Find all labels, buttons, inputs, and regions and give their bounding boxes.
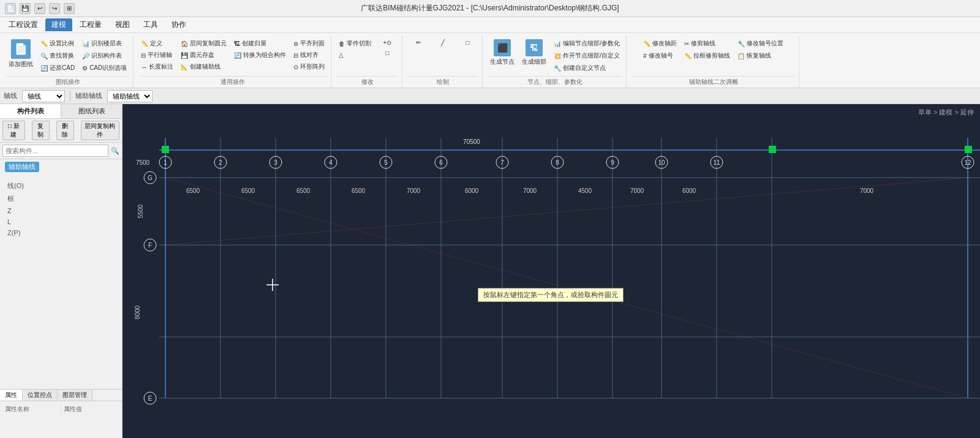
sidebar-tab-drawings[interactable]: 图纸列表 — [61, 104, 122, 118]
redo-icon[interactable]: ↪ — [49, 3, 60, 14]
save-icon[interactable]: 💾 — [20, 3, 31, 14]
ribbon-group-label-xiugai: 修改 — [336, 76, 398, 88]
ribbon-btn-floor-copy[interactable]: 🏠层间复制圆元 — [178, 38, 229, 49]
ribbon-btn-gen-node[interactable]: ⬛ 生成节点 — [488, 38, 517, 67]
ribbon-btn-ring-array[interactable]: ⊙环形阵列 — [291, 61, 327, 72]
ribbon-btn-frame-trim[interactable]: 📏拉框修剪轴线 — [682, 50, 733, 61]
ribbon-btn-component-table[interactable]: 🔎识别构件表 — [80, 50, 129, 61]
ribbon-group-jiedian: ⬛ 生成节点 🏗 生成细部 📊编辑节点细部/参数化 💥炸开节点细部/自定义 🔧 — [484, 36, 627, 88]
ribbon-btn-modify-axis-pos[interactable]: 🔧修改轴号位置 — [735, 38, 786, 49]
sidebar-item-aux-axis[interactable]: 辅助轴线 — [0, 159, 122, 175]
ribbon-btn-modify-axis-dist[interactable]: 📏修改轴距 — [641, 38, 679, 49]
aux-axis-select[interactable]: 辅助轴线 — [107, 90, 153, 102]
menu-item-xiezuo[interactable]: 协作 — [165, 18, 192, 31]
ribbon-btn-line-align[interactable]: ⊟线对齐 — [291, 50, 327, 61]
menu-item-gongchengshezhi[interactable]: 工程设置 — [2, 18, 44, 31]
new-component-btn[interactable]: □ 新建 — [2, 121, 25, 140]
left-sidebar: 构件列表 图纸列表 □ 新建 · 复制 · 删除 · 层间复制构件 🔍 辅助轴线… — [0, 104, 123, 438]
menu-item-gongju[interactable]: 工具 — [137, 18, 164, 31]
ribbon-btn-find-replace[interactable]: 🔍查找替换 — [38, 50, 77, 61]
props-panel: 属性 位置控点 图层管理 属性名称 属性值 — [0, 389, 122, 438]
svg-text:5500: 5500 — [137, 204, 144, 218]
props-tabs: 属性 位置控点 图层管理 — [0, 390, 122, 401]
ribbon-btn-trim-axis[interactable]: ✂修剪轴线 — [682, 38, 733, 49]
ribbon-group-fuzhuzhouxian: 📏修改轴距 #修改轴号 ✂修剪轴线 📏拉框修剪轴线 — [628, 36, 799, 88]
ribbon-btn-explode-node[interactable]: 💥炸开节点细部/自定义 — [551, 50, 622, 61]
axis-select[interactable]: 轴线 — [22, 90, 65, 102]
ribbon-btn-create-aux[interactable]: 📐创建辅助线 — [178, 61, 229, 72]
toolbar-sep1 — [70, 91, 70, 101]
sidebar-tabs: 构件列表 图纸列表 — [0, 104, 122, 119]
svg-text:8: 8 — [556, 159, 559, 166]
svg-text:6000: 6000 — [465, 187, 479, 194]
ctx-line-o[interactable]: 线(O) — [4, 179, 122, 192]
floor-copy-component-btn[interactable]: 层间复制构件 — [81, 121, 119, 140]
ribbon-btn-add-drawing[interactable]: 📄 添加图纸 — [6, 38, 36, 70]
ribbon-btn-save-element[interactable]: 💾圆元存盘 — [178, 50, 229, 61]
prop-tab-layers[interactable]: 图层管理 — [58, 390, 92, 401]
sidebar-toolbar: □ 新建 · 复制 · 删除 · 层间复制构件 — [0, 119, 122, 143]
menu-item-shitu[interactable]: 视图 — [109, 18, 136, 31]
ribbon-btn-modify-axis-num[interactable]: #修改轴号 — [641, 50, 679, 61]
ribbon-btn-define[interactable]: 📏定义 — [138, 38, 176, 49]
ribbon-btn-parallel-axis[interactable]: ⊟平行辅轴 — [138, 50, 176, 61]
svg-text:6500: 6500 — [352, 187, 366, 194]
ribbon-btn-draw1[interactable]: ✏ — [407, 38, 429, 47]
ribbon-btn-to-combination[interactable]: 🔄转换为组合构件 — [232, 50, 288, 61]
ribbon-btn-create-house[interactable]: 🏗创建归屋 — [232, 38, 288, 49]
ribbon-btn-restore-cad[interactable]: 🔄还原CAD — [38, 62, 77, 74]
ctx-l[interactable]: L — [4, 216, 122, 227]
ribbon-btn-modify3[interactable]: +⊙ — [376, 38, 398, 47]
ribbon-btn-draw2[interactable]: ╱ — [432, 38, 454, 47]
search-input[interactable] — [2, 145, 108, 157]
ribbon-group-label-tuzhi: 图纸操作 — [6, 76, 129, 88]
prop-tab-attrs[interactable]: 属性 — [0, 390, 23, 401]
ribbon-btn-flatten[interactable]: ⊜平齐到面 — [291, 38, 327, 49]
props-name-col: 属性名称 — [2, 404, 61, 415]
ribbon-btn-cad-options[interactable]: ⚙CAD识别选项 — [80, 62, 129, 74]
props-content: 属性名称 属性值 — [0, 401, 122, 417]
svg-text:11: 11 — [713, 159, 720, 166]
ribbon-group-label-huizhi: 绘制 — [407, 76, 478, 88]
canvas-area[interactable]: 草单 > 建模 > 延伸 — [123, 104, 980, 438]
undo-icon[interactable]: ↩ — [34, 3, 45, 14]
copy-component-btn[interactable]: 复制 — [32, 121, 50, 140]
new-file-icon[interactable]: 📄 — [5, 3, 16, 14]
svg-text:8000: 8000 — [134, 305, 141, 319]
prop-tab-position[interactable]: 位置控点 — [23, 390, 58, 401]
menu-item-jianmo[interactable]: 建模 — [45, 18, 72, 31]
ribbon-btn-draw3[interactable]: □ — [456, 38, 478, 47]
ribbon-btn-modify2[interactable]: △ — [336, 50, 374, 59]
ribbon-btn-modify4[interactable]: □ — [376, 48, 398, 58]
ribbon-btn-part-cut[interactable]: 🗑零件切割 — [336, 38, 374, 49]
svg-text:6000: 6000 — [682, 187, 696, 194]
ribbon-btn-create-custom-node[interactable]: 🔧创建自定义节点 — [551, 62, 622, 74]
ribbon-btn-length-mark[interactable]: ↔长度标注 — [138, 61, 176, 72]
svg-text:6500: 6500 — [186, 187, 200, 194]
aux-axis-chip: 辅助轴线 — [5, 162, 39, 172]
svg-text:9: 9 — [611, 159, 614, 166]
ribbon-btn-gen-detail[interactable]: 🏗 生成细部 — [519, 38, 549, 67]
svg-text:7000: 7000 — [860, 187, 874, 194]
ctx-z[interactable]: Z — [4, 205, 122, 216]
breadcrumb: 草单 > 建模 > 延伸 — [918, 108, 974, 117]
ribbon-btn-edit-node[interactable]: 📊编辑节点细部/参数化 — [551, 38, 622, 49]
delete-component-btn[interactable]: 删除 — [56, 121, 74, 140]
grid-icon[interactable]: ⊞ — [64, 3, 75, 14]
ribbon-btn-floor-table[interactable]: 📊识别楼层表 — [80, 38, 129, 49]
ribbon-btn-restore-axis[interactable]: 📋恢复轴线 — [735, 50, 786, 61]
aux-axis-label: 辅助轴线 — [75, 91, 102, 100]
canvas-tooltip: 按鼠标左键指定第一个角点，或拾取构件圆元 — [478, 288, 624, 302]
ribbon-group-label-jiedian: 节点、细部、参数化 — [488, 76, 622, 88]
main-area: 构件列表 图纸列表 □ 新建 · 复制 · 删除 · 层间复制构件 🔍 辅助轴线… — [0, 104, 980, 438]
sidebar-tab-components[interactable]: 构件列表 — [0, 104, 61, 118]
ribbon: 📄 添加图纸 📏设置比例 🔍查找替换 🔄还原CAD — [0, 33, 980, 88]
ribbon-group-tuzhi: 📄 添加图纸 📏设置比例 🔍查找替换 🔄还原CAD — [2, 36, 134, 88]
menu-item-gongchengliang[interactable]: 工程量 — [74, 18, 108, 31]
ctx-frame[interactable]: 框 — [4, 192, 122, 205]
ribbon-btn-set-scale[interactable]: 📏设置比例 — [38, 38, 77, 49]
ctx-zp[interactable]: Z(P) — [4, 227, 122, 238]
grid-svg: 1 2 3 4 5 6 70500 7 8 9 — [123, 104, 980, 438]
svg-text:7: 7 — [500, 159, 504, 166]
svg-text:6: 6 — [439, 159, 443, 166]
